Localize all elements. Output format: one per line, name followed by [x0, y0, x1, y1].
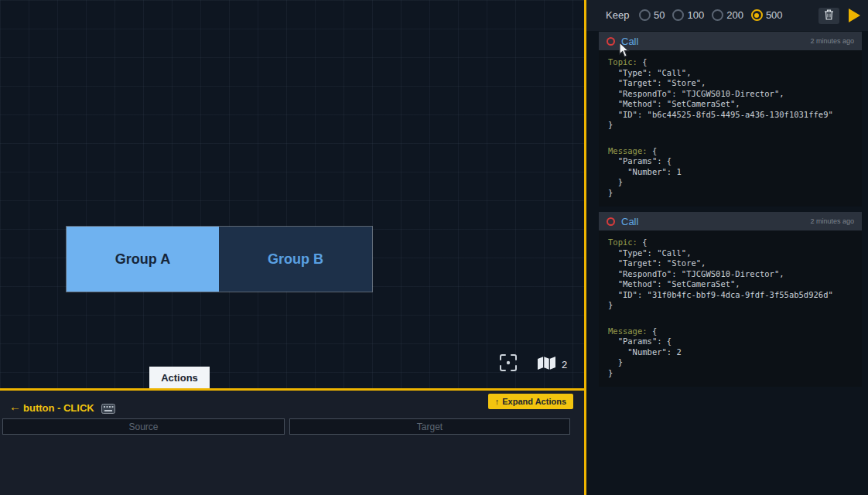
horizontal-divider: [0, 388, 584, 391]
back-icon[interactable]: ←: [9, 400, 21, 413]
clear-log-button[interactable]: [818, 8, 839, 24]
group-a-button[interactable]: Group A: [67, 227, 219, 292]
topic-json: Topic: { "Type": "Call", "Target": "Stor…: [608, 57, 853, 131]
message-label: Message:: [608, 326, 648, 336]
message-log-panel: Keep 50 100 200 500: [586, 0, 868, 495]
keep-option-100[interactable]: 100: [672, 9, 704, 21]
topic-text: { "Type": "Call", "Target": "Store", "Re…: [608, 57, 833, 129]
keep-option-200[interactable]: 200: [712, 9, 743, 21]
expand-actions-label: Expand Actions: [502, 397, 566, 406]
action-title: button - CLICK: [23, 402, 94, 414]
topic-label: Topic:: [608, 237, 637, 247]
keep-option-50[interactable]: 50: [639, 9, 665, 21]
message-title: Call: [621, 36, 638, 47]
message-body: Topic: { "Type": "Call", "Target": "Stor…: [599, 230, 862, 387]
call-status-icon: [607, 217, 615, 226]
radio-label: 500: [766, 9, 783, 21]
message-body: Topic: { "Type": "Call", "Target": "Stor…: [599, 50, 862, 207]
actions-tab[interactable]: Actions: [149, 367, 210, 388]
map-icon: [537, 356, 556, 374]
radio-label: 100: [687, 9, 704, 21]
vertical-divider: [584, 0, 586, 495]
message-timestamp: 2 minutes ago: [810, 217, 854, 225]
target-input[interactable]: [289, 418, 570, 435]
keep-option-500[interactable]: 500: [751, 9, 783, 21]
play-button[interactable]: [849, 9, 860, 22]
message-card-header[interactable]: Call 2 minutes ago: [599, 32, 862, 50]
node-canvas[interactable]: Group A Group B Actions: [0, 0, 584, 388]
message-json: Message: { "Params": { "Number": 1 } }: [608, 146, 853, 199]
fit-view-button[interactable]: [497, 353, 518, 374]
radio-icon: [639, 9, 651, 21]
source-input[interactable]: [2, 418, 285, 435]
message-card-header[interactable]: Call 2 minutes ago: [599, 212, 862, 230]
fit-view-icon: [499, 353, 518, 375]
actions-panel: ← button - CLICK ↑ Expand Actions: [0, 391, 584, 495]
radio-label: 50: [654, 9, 665, 21]
radio-icon: [751, 9, 763, 21]
radio-icon: [712, 9, 723, 21]
expand-arrow-icon: ↑: [495, 397, 500, 406]
message-json: Message: { "Params": { "Number": 2 } }: [608, 326, 853, 379]
radio-icon: [672, 9, 684, 21]
topic-json: Topic: { "Type": "Call", "Target": "Stor…: [608, 237, 853, 311]
play-icon: [849, 9, 860, 22]
message-label: Message:: [608, 146, 648, 155]
log-toolbar: Keep 50 100 200 500: [586, 0, 868, 31]
minimap-toggle[interactable]: 2: [537, 355, 567, 374]
trash-icon: [824, 9, 834, 22]
topic-label: Topic:: [608, 57, 637, 67]
topic-text: { "Type": "Call", "Target": "Store", "Re…: [608, 237, 833, 309]
expand-actions-button[interactable]: ↑ Expand Actions: [488, 394, 573, 409]
message-title: Call: [621, 216, 638, 227]
group-button-row: Group A Group B: [67, 227, 372, 292]
message-timestamp: 2 minutes ago: [810, 37, 854, 45]
keyboard-icon: [101, 403, 115, 417]
keep-options: 50 100 200 500: [639, 9, 783, 21]
radio-label: 200: [726, 9, 743, 21]
minimap-count: 2: [562, 359, 567, 370]
message-card[interactable]: Call 2 minutes ago Topic: { "Type": "Cal…: [599, 212, 862, 387]
call-status-icon: [607, 37, 615, 46]
group-b-button[interactable]: Group B: [219, 227, 372, 292]
keep-label: Keep: [606, 9, 629, 21]
app-root: Group A Group B Actions: [0, 0, 868, 495]
message-card[interactable]: Call 2 minutes ago Topic: { "Type": "Cal…: [599, 32, 862, 207]
